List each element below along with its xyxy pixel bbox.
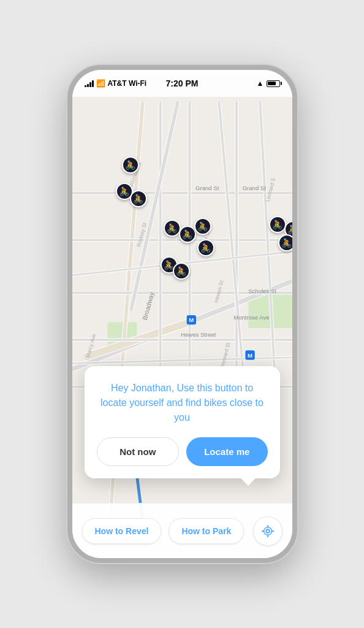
bike-icon: 🚴: [200, 243, 211, 253]
bike-icon: 🚴: [133, 194, 143, 204]
bike-icon: 🚴: [167, 223, 177, 233]
locate-me-button[interactable]: Locate me: [186, 437, 268, 466]
bike-marker[interactable]: 🚴: [173, 262, 190, 280]
bike-icon: 🚴: [125, 160, 135, 170]
bike-marker[interactable]: 🚴: [122, 156, 139, 174]
bottom-toolbar: How to Revel How to Park: [72, 503, 292, 558]
svg-point-57: [264, 527, 271, 535]
not-now-button[interactable]: Not now: [97, 437, 180, 466]
location-icon: [261, 524, 275, 538]
svg-text:M: M: [189, 316, 194, 323]
phone-screen: M M Grand St Grand St Scholes St Montros…: [72, 70, 292, 558]
svg-text:Scholes St: Scholes St: [248, 288, 276, 294]
bike-marker[interactable]: 🚴: [194, 218, 211, 235]
time-display: 7:20 PM: [166, 78, 199, 88]
bike-icon: 🚴: [281, 238, 292, 248]
battery-icon: [267, 80, 280, 87]
bike-marker[interactable]: 🚴: [130, 190, 147, 207]
bike-icon: 🚴: [197, 221, 208, 231]
tooltip-message: Hey Jonathan, Use this button to locate …: [97, 381, 268, 425]
bike-icon: 🚴: [182, 229, 192, 239]
status-left: 📶 AT&T Wi-Fi: [85, 79, 147, 88]
bike-icon: 🚴: [287, 224, 292, 234]
bike-marker[interactable]: 🚴: [164, 220, 181, 237]
tooltip-buttons: Not now Locate me: [97, 437, 268, 466]
bike-marker[interactable]: 🚴: [269, 216, 286, 233]
bike-marker[interactable]: 🚴: [179, 226, 196, 243]
bike-icon: 🚴: [176, 266, 186, 276]
bike-marker[interactable]: 🚴: [197, 239, 214, 256]
svg-point-56: [266, 529, 270, 533]
how-to-park-button[interactable]: How to Park: [169, 518, 244, 544]
bike-icon: 🚴: [272, 220, 282, 229]
battery-fill: [268, 82, 276, 85]
location-tooltip: Hey Jonathan, Use this button to locate …: [85, 366, 280, 478]
svg-text:Hewes Street: Hewes Street: [181, 331, 216, 338]
how-to-revel-button[interactable]: How to Revel: [82, 518, 162, 544]
signal-bars: [85, 80, 94, 87]
bike-marker[interactable]: 🚴: [278, 234, 292, 251]
carrier-label: AT&T Wi-Fi: [108, 79, 147, 88]
svg-text:Montrose Ave: Montrose Ave: [233, 314, 269, 321]
wifi-icon: 📶: [96, 79, 105, 88]
status-right: ▲: [257, 79, 280, 88]
svg-text:Grand St: Grand St: [195, 185, 219, 191]
my-location-button[interactable]: [253, 516, 282, 546]
map-area[interactable]: M M Grand St Grand St Scholes St Montros…: [72, 70, 292, 558]
status-bar: 📶 AT&T Wi-Fi 7:20 PM ▲: [72, 70, 292, 97]
svg-text:Grand St: Grand St: [242, 185, 266, 191]
nav-arrow-icon: ▲: [257, 79, 264, 88]
svg-text:M: M: [248, 352, 252, 359]
bike-icon: 🚴: [119, 186, 129, 196]
map-svg: M M Grand St Grand St Scholes St Montros…: [72, 70, 292, 558]
phone-frame: M M Grand St Grand St Scholes St Montros…: [67, 65, 297, 563]
